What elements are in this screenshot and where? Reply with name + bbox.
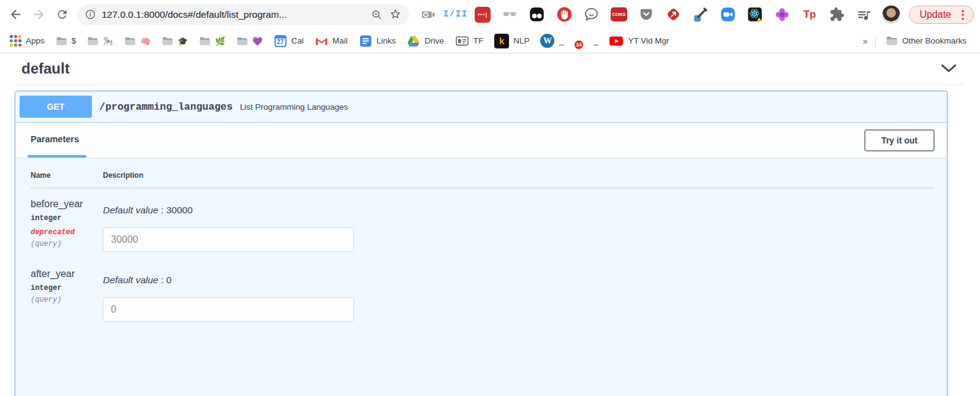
swagger-docs-page: default GET /programming_languages List … bbox=[0, 53, 980, 395]
gmail-icon bbox=[315, 36, 328, 46]
tag-title: default bbox=[21, 60, 70, 77]
bookmark-calendar[interactable]: 27 Cal bbox=[269, 32, 309, 50]
update-button[interactable]: Update ⋮ bbox=[909, 6, 974, 24]
update-label: Update bbox=[919, 9, 951, 20]
bookmark-star-icon[interactable] bbox=[389, 8, 402, 21]
pocket-extension-icon[interactable] bbox=[637, 6, 655, 24]
k-icon: k bbox=[494, 34, 509, 48]
back-arrow-icon bbox=[9, 7, 23, 21]
operation-description: List Programming Languages bbox=[240, 102, 348, 112]
bookmarks-bar: Apps $ 🎠 🧠 🎓 🌿 💜 27 bbox=[0, 29, 980, 53]
parameters-table: Name Description before_year integer dep… bbox=[15, 158, 947, 322]
bookmark-folder-herb[interactable]: 🌿 bbox=[194, 34, 230, 48]
media-queue-icon[interactable] bbox=[855, 6, 873, 24]
drive-icon bbox=[407, 35, 420, 47]
other-bookmarks-button[interactable]: Other Bookmarks bbox=[881, 33, 971, 48]
chevron-down-icon[interactable] bbox=[940, 64, 957, 74]
tag-section-header[interactable]: default bbox=[15, 53, 963, 85]
bookmarks-divider bbox=[875, 35, 876, 47]
wordpress-icon: W bbox=[540, 34, 554, 48]
forward-button[interactable] bbox=[27, 3, 50, 26]
card-icon bbox=[455, 35, 469, 47]
parameter-location: (query) bbox=[31, 240, 103, 248]
react-devtools-extension-icon[interactable] bbox=[746, 6, 764, 24]
address-bar[interactable]: 127.0.0.1:8000/docs#/default/list_progra… bbox=[77, 4, 409, 25]
bookmark-drive[interactable]: Drive bbox=[402, 32, 449, 50]
bookmark-folder-brain[interactable]: 🧠 bbox=[119, 34, 156, 48]
bookmarks-overflow-chevron[interactable]: » bbox=[861, 36, 870, 46]
cors-extension-icon[interactable]: CORS bbox=[609, 6, 628, 24]
bookmark-links[interactable]: Links bbox=[354, 32, 401, 50]
bookmark-folder-horse[interactable]: 🎠 bbox=[82, 34, 118, 48]
folder-icon bbox=[87, 36, 99, 46]
folder-icon bbox=[124, 36, 136, 46]
browser-chrome: 127.0.0.1:8000/docs#/default/list_progra… bbox=[0, 0, 980, 53]
operation-path: /programming_languages bbox=[99, 101, 233, 113]
name-column-header: Name bbox=[31, 171, 103, 180]
bookmark-wordpress[interactable]: W _ bbox=[535, 31, 568, 50]
tp-extension-icon[interactable]: Tp bbox=[801, 6, 819, 24]
tab-parameters[interactable]: Parameters bbox=[28, 123, 86, 158]
projector-extension-icon[interactable] bbox=[419, 6, 437, 24]
profile-avatar[interactable] bbox=[882, 6, 900, 24]
bookmark-mail[interactable]: Mail bbox=[310, 33, 353, 48]
colorzilla-extension-icon[interactable] bbox=[692, 6, 710, 24]
url-text[interactable]: 127.0.0.1:8000/docs#/default/list_progra… bbox=[102, 9, 364, 20]
operation-block: GET /programming_languages List Programm… bbox=[15, 91, 948, 396]
lastpass-extension-icon[interactable]: •••| bbox=[473, 6, 492, 24]
bookmark-folder-heart[interactable]: 💜 bbox=[232, 34, 268, 48]
reload-icon bbox=[56, 8, 69, 21]
flower-extension-icon[interactable] bbox=[773, 6, 791, 24]
parameter-type: integer bbox=[31, 214, 103, 223]
reload-button[interactable] bbox=[50, 3, 74, 26]
parameter-row-before-year: before_year integer deprecated (query) D… bbox=[31, 199, 935, 252]
zoom-out-icon[interactable] bbox=[371, 9, 383, 21]
folder-icon bbox=[162, 36, 173, 46]
bookmark-apps[interactable]: Apps bbox=[5, 32, 50, 49]
parameter-default-text: Default value : 0 bbox=[103, 275, 935, 286]
bookmark-folder-grad[interactable]: 🎓 bbox=[157, 34, 193, 48]
parameter-name: after_year bbox=[31, 268, 103, 280]
method-badge: GET bbox=[20, 96, 92, 118]
back-button[interactable] bbox=[4, 3, 27, 26]
operation-summary[interactable]: GET /programming_languages List Programm… bbox=[15, 91, 947, 123]
bookmark-app34[interactable]: 34 _ bbox=[570, 31, 603, 51]
folder-icon bbox=[199, 36, 211, 46]
parameter-deprecated-label: deprecated bbox=[31, 228, 103, 237]
parameter-value-input-before-year[interactable] bbox=[103, 227, 354, 252]
youtube-icon bbox=[609, 36, 624, 47]
parameter-type: integer bbox=[31, 284, 103, 292]
chat-bubble-extension-icon[interactable] bbox=[582, 6, 601, 24]
parameter-default-text: Default value : 30000 bbox=[103, 205, 935, 216]
browser-menu-icon[interactable]: ⋮ bbox=[957, 9, 968, 20]
glasses-extension-icon[interactable] bbox=[500, 6, 519, 24]
site-info-icon[interactable] bbox=[85, 9, 96, 20]
parameter-value-input-after-year[interactable] bbox=[103, 297, 354, 322]
stop-hand-extension-icon[interactable] bbox=[555, 6, 573, 24]
bookmark-nlp[interactable]: k NLP bbox=[489, 31, 534, 51]
extensions-strip: I/II •••| CORS bbox=[419, 6, 900, 24]
app-34-icon: 34 bbox=[575, 34, 589, 48]
dark-dots-extension-icon[interactable] bbox=[528, 6, 546, 24]
bookmark-youtube[interactable]: YT Vid Mgr bbox=[604, 33, 674, 49]
calendar-icon: 27 bbox=[274, 34, 287, 48]
bars-extension-icon[interactable]: I/II bbox=[446, 6, 464, 24]
bookmark-tf[interactable]: TF bbox=[450, 32, 489, 49]
description-column-header: Description bbox=[103, 171, 935, 180]
bookmark-folder-dollar[interactable]: $ bbox=[51, 34, 81, 48]
zoom-extension-icon[interactable] bbox=[718, 6, 737, 24]
folder-icon bbox=[56, 36, 67, 46]
folder-icon bbox=[236, 36, 248, 46]
list-icon bbox=[359, 34, 372, 48]
parameters-table-header: Name Description bbox=[31, 171, 935, 188]
folder-icon bbox=[886, 36, 898, 46]
try-it-out-button[interactable]: Try it out bbox=[864, 129, 935, 151]
forward-arrow-icon bbox=[32, 7, 46, 21]
extensions-puzzle-icon[interactable] bbox=[827, 6, 846, 24]
parameter-name: before_year bbox=[31, 199, 103, 210]
parameter-location: (query) bbox=[31, 295, 103, 304]
browser-toolbar: 127.0.0.1:8000/docs#/default/list_progra… bbox=[0, 0, 980, 29]
parameter-row-after-year: after_year integer (query) Default value… bbox=[31, 268, 935, 322]
redirect-extension-icon[interactable] bbox=[664, 6, 682, 24]
apps-grid-icon bbox=[10, 35, 21, 47]
